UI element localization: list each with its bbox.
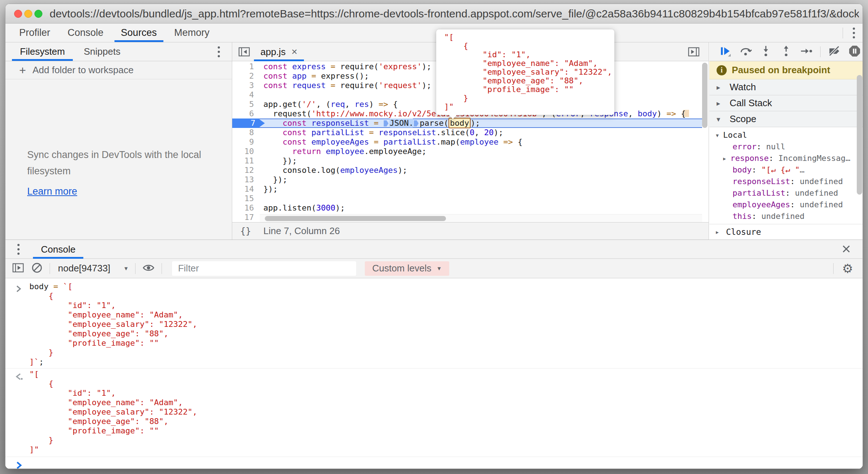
desktop-background: devtools://devtools/bundled/js_app.html?… (0, 0, 868, 474)
debugger-sidebar-scrollbar[interactable] (857, 75, 862, 195)
code-line-17 (232, 213, 702, 222)
chevron-right-icon: ▸ (715, 228, 723, 236)
scope-var-responseList: responseList: undefined (709, 176, 863, 187)
pretty-print-icon[interactable]: {} (240, 226, 251, 236)
divider (820, 46, 821, 57)
console-tab[interactable]: Console (33, 240, 83, 259)
divider (135, 263, 135, 274)
drawer-more-icon[interactable] (17, 244, 20, 255)
pause-on-exceptions-icon[interactable] (848, 45, 861, 59)
console-result-arrow-icon (14, 372, 24, 383)
scope-closure-row[interactable]: ▸ Closure (709, 224, 863, 240)
custom-levels-dropdown[interactable]: Custom levels ▼ (365, 261, 449, 276)
file-tab-appjs[interactable]: app.js × (254, 42, 304, 61)
debugger-sidebar: i Paused on breakpoint ▸ Watch ▸ Call St… (709, 42, 863, 240)
add-folder-to-workspace-button[interactable]: + Add folder to workspace (5, 61, 232, 79)
tooltip-json-value: "[ { "id": "1", "employee_name": "Adam",… (444, 33, 614, 111)
console-input-echo: body = `[ { "id": "1", "employee_name": … (29, 282, 197, 367)
scope-section-header[interactable]: ▾ Scope (709, 111, 863, 127)
scope-var-employeeAges: employeeAges: undefined (709, 199, 863, 211)
console-input-chevron-icon (14, 284, 24, 295)
hide-navigator-icon[interactable] (238, 46, 250, 59)
minimize-window-button[interactable] (24, 10, 32, 18)
console-result-value: "[ { "id": "1", "employee_name": "Adam",… (29, 370, 197, 454)
code-line-10: return employee.employeeAge; (232, 147, 702, 156)
code-line-8: const partialList = responseList.slice(0… (232, 128, 702, 137)
add-folder-label: Add folder to workspace (33, 65, 134, 76)
devtools-main-tab-bar: ProfilerConsoleSourcesMemory (5, 24, 863, 42)
debugger-toolbar (709, 42, 863, 61)
clear-console-icon[interactable] (31, 262, 43, 275)
chevron-right-icon: ▸ (717, 99, 725, 108)
step-out-icon[interactable] (780, 45, 793, 59)
navigator-tab-snippets[interactable]: Snippets (74, 42, 130, 61)
console-toolbar: node[94733] ▼ Custom levels ▼ ⚙ (5, 259, 863, 278)
scope-pane: ▾Localerror: null▸response: IncomingMess… (709, 127, 863, 224)
inline-eval-flag-icon (384, 120, 388, 126)
window-titlebar: devtools://devtools/bundled/js_app.html?… (5, 4, 863, 24)
step-into-icon[interactable] (759, 45, 772, 59)
divider (162, 263, 162, 274)
more-options-icon[interactable] (852, 28, 855, 38)
call-stack-section-header[interactable]: ▸ Call Stack (709, 95, 863, 111)
plus-icon: + (19, 65, 26, 76)
inline-eval-flag-icon (414, 120, 418, 126)
navigator-tab-bar: FilesystemSnippets (5, 42, 232, 61)
watch-section-header[interactable]: ▸ Watch (709, 79, 863, 95)
code-line-15 (232, 194, 702, 203)
workspace-sync-note: Sync changes in DevTools with the local … (27, 147, 208, 179)
main-tab-memory[interactable]: Memory (166, 24, 218, 42)
scope-local-row[interactable]: ▾Local (709, 129, 863, 141)
divider (843, 28, 843, 38)
scope-var-response[interactable]: ▸response: IncomingMessag… (709, 153, 863, 164)
code-line-7: const responseList = JSON.parse(body); (232, 118, 702, 128)
chevron-right-icon: ▸ (717, 83, 725, 92)
paused-on-breakpoint-banner: i Paused on breakpoint (709, 61, 863, 79)
close-window-button[interactable] (14, 10, 22, 18)
console-drawer-header: Console (5, 240, 863, 259)
dropdown-arrow-icon: ▼ (437, 265, 442, 271)
live-expression-eye-icon[interactable] (142, 262, 155, 275)
code-line-12: console.log(employeeAges); (232, 166, 702, 175)
main-tab-profiler[interactable]: Profiler (11, 24, 59, 42)
main-tab-console[interactable]: Console (59, 24, 112, 42)
divider (50, 263, 50, 274)
message-separator (5, 368, 863, 369)
value-preview-tooltip: "[ { "id": "1", "employee_name": "Adam",… (436, 29, 614, 115)
hide-debugger-sidebar-icon[interactable] (688, 46, 700, 59)
resume-script-icon[interactable] (719, 45, 732, 59)
deactivate-breakpoints-icon[interactable] (828, 45, 841, 59)
execution-context-selector[interactable]: node[94733] (58, 263, 110, 274)
navigator-more-icon[interactable] (217, 46, 220, 58)
execution-line-badge[interactable]: 7 (232, 118, 265, 128)
main-tab-sources[interactable]: Sources (112, 24, 166, 42)
step-over-icon[interactable] (739, 45, 752, 59)
code-line-11: }); (232, 156, 702, 166)
divider (833, 263, 834, 274)
editor-vertical-scrollbar[interactable] (702, 63, 708, 128)
code-line-9: const employeeAges = partialList.map(emp… (232, 137, 702, 147)
code-line-13: }); (232, 175, 702, 184)
maximize-window-button[interactable] (34, 10, 42, 18)
devtools-window: devtools://devtools/bundled/js_app.html?… (5, 4, 863, 469)
hovered-token: body (448, 118, 471, 128)
sources-navigator-sidebar: FilesystemSnippets + Add folder to works… (5, 42, 232, 240)
navigator-tab-filesystem[interactable]: Filesystem (11, 42, 74, 61)
dropdown-arrow-icon: ▼ (124, 265, 129, 271)
console-settings-gear-icon[interactable]: ⚙ (842, 261, 853, 276)
console-messages-area[interactable]: body = `[ { "id": "1", "employee_name": … (5, 278, 863, 469)
console-prompt-input[interactable] (31, 459, 855, 469)
show-console-sidebar-icon[interactable] (12, 262, 24, 275)
learn-more-link[interactable]: Learn more (27, 186, 77, 197)
prompt-separator (5, 457, 863, 457)
scope-var-error: error: null (709, 141, 863, 153)
editor-status-bar: {} Line 7, Column 26 (232, 222, 709, 240)
step-icon[interactable] (800, 45, 813, 59)
close-tab-icon[interactable]: × (291, 46, 297, 58)
console-prompt-chevron-icon (14, 460, 24, 469)
console-filter-input[interactable] (172, 261, 356, 276)
scope-var-partialList: partialList: undefined (709, 187, 863, 199)
code-line-14: }); (232, 184, 702, 194)
close-drawer-icon[interactable] (840, 243, 852, 257)
scope-var-body: body: "[↵ {↵ "… (709, 164, 863, 176)
